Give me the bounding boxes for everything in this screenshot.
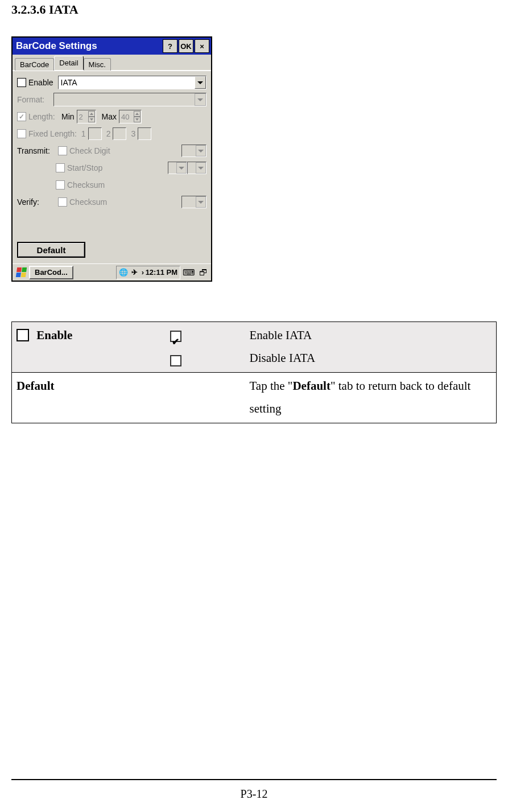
startstop-label: Start/Stop xyxy=(67,163,102,172)
fixed2-label: 2 xyxy=(106,129,111,138)
max-label: Max xyxy=(102,112,117,121)
page-number: P3-12 xyxy=(0,788,508,801)
startstop-checkbox xyxy=(56,163,65,172)
tab-bar: BarCode Detail Misc. xyxy=(13,55,211,71)
startstop-combo2 xyxy=(187,162,206,174)
start-button[interactable] xyxy=(14,266,28,279)
transmit-checksum-checkbox xyxy=(56,180,65,189)
row1-label: Enable xyxy=(36,328,72,342)
taskbar-app-button[interactable]: BarCod... xyxy=(29,266,73,279)
tab-barcode[interactable]: BarCode xyxy=(15,58,54,71)
row2-description: Tap the "Default" tab to return back to … xyxy=(245,372,497,423)
row2-label: Default xyxy=(16,379,55,393)
min-label: Min xyxy=(61,112,75,121)
row1-enable-text: Enable IATA xyxy=(250,328,312,342)
symbology-combo[interactable]: IATA xyxy=(58,76,206,89)
verify-combo xyxy=(181,196,206,208)
close-button[interactable]: × xyxy=(195,39,209,53)
fixed-length-label: Fixed Length: xyxy=(28,129,77,138)
min-spinner: 2 xyxy=(77,110,96,123)
length-label: Length: xyxy=(28,112,58,121)
max-spinner: 40 xyxy=(119,110,142,123)
symbology-value: IATA xyxy=(61,78,77,87)
default-button[interactable]: Default xyxy=(17,242,85,258)
checkbox-icon xyxy=(16,329,29,341)
tab-misc[interactable]: Misc. xyxy=(84,58,111,71)
chevron-down-icon xyxy=(198,150,204,152)
chevron-down-icon xyxy=(197,98,203,101)
fixed2-field xyxy=(113,127,126,140)
transmit-checksum-label: Checksum xyxy=(67,180,105,189)
transmit-label: Transmit: xyxy=(17,146,56,155)
fixed3-label: 3 xyxy=(131,129,135,138)
screenshot-dialog: BarCode Settings ? OK × BarCode Detail M… xyxy=(11,36,212,282)
chevron-down-icon xyxy=(179,167,184,170)
footer-rule xyxy=(11,779,497,780)
windows-flag-icon xyxy=(15,267,26,277)
keyboard-icon[interactable]: ⌨ xyxy=(183,266,195,279)
startstop-combo1 xyxy=(168,162,187,174)
airplane-icon[interactable]: ✈ xyxy=(130,268,139,277)
system-tray: 🌐 ✈ › 12:11 PM xyxy=(116,266,180,279)
format-dropdown-button xyxy=(195,93,206,106)
format-label: Format: xyxy=(17,95,51,104)
section-heading: 3.2.3.6 IATA xyxy=(11,2,497,17)
explanation-table: Enable Enable IATA Disable IATA Default … xyxy=(11,321,497,423)
min-value: 2 xyxy=(79,113,83,121)
chevron-down-icon xyxy=(198,167,204,170)
fixed1-label: 1 xyxy=(81,129,86,138)
unchecked-icon xyxy=(170,355,181,366)
network-icon[interactable]: 🌐 xyxy=(119,268,128,277)
taskbar: BarCod... 🌐 ✈ › 12:11 PM ⌨ 🗗 xyxy=(13,263,211,281)
help-button[interactable]: ? xyxy=(163,39,177,53)
chevron-down-icon xyxy=(197,81,203,84)
ok-button[interactable]: OK xyxy=(179,39,193,53)
desktop-icon[interactable]: 🗗 xyxy=(197,266,209,279)
checkdigit-label: Check Digit xyxy=(69,146,110,155)
tab-detail[interactable]: Detail xyxy=(54,56,83,70)
enable-checkbox[interactable] xyxy=(17,78,26,87)
max-value: 40 xyxy=(121,113,129,121)
symbology-dropdown-button[interactable] xyxy=(195,76,206,89)
checkdigit-checkbox xyxy=(58,146,67,155)
verify-checksum-checkbox xyxy=(58,197,67,207)
row1-disable-text: Disable IATA xyxy=(250,351,316,365)
format-combo xyxy=(53,93,206,106)
dialog-title: BarCode Settings xyxy=(16,40,97,52)
chevron-down-icon xyxy=(198,201,204,204)
checkdigit-combo xyxy=(181,145,206,157)
clock: 12:11 PM xyxy=(146,268,177,277)
length-checkbox: ✓ xyxy=(17,112,26,121)
verify-checksum-label: Checksum xyxy=(69,197,107,207)
titlebar: BarCode Settings ? OK × xyxy=(13,38,211,55)
checked-icon xyxy=(170,331,181,342)
fixed1-field xyxy=(88,127,102,140)
panel: Enable IATA Format: ✓ Length: Min 2 xyxy=(13,71,211,263)
enable-label: Enable xyxy=(28,78,53,87)
fixed-length-checkbox xyxy=(17,129,26,138)
fixed3-field xyxy=(138,127,151,140)
verify-label: Verify: xyxy=(17,197,56,207)
